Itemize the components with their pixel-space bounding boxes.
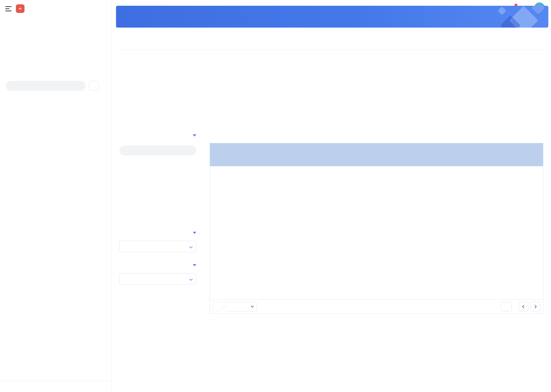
page-size-select[interactable] bbox=[225, 302, 257, 311]
dashboard-banner bbox=[116, 6, 548, 28]
customer-filter-header bbox=[119, 264, 196, 266]
collapse-menu-icon[interactable] bbox=[5, 6, 12, 11]
prev-page-button[interactable] bbox=[519, 302, 528, 311]
sidebar-search-input[interactable] bbox=[12, 83, 82, 89]
sidebar-header bbox=[0, 3, 112, 14]
row-height-button[interactable] bbox=[213, 302, 222, 311]
owner-search-input[interactable] bbox=[125, 148, 193, 153]
banner-decoration bbox=[498, 7, 507, 15]
main-area bbox=[112, 0, 551, 392]
next-page-button[interactable] bbox=[531, 302, 540, 311]
customer-filter-select[interactable] bbox=[119, 273, 196, 285]
owner-filter-operator[interactable] bbox=[191, 134, 196, 137]
orders-table bbox=[210, 143, 543, 314]
trend-chart bbox=[335, 54, 549, 126]
banner-decoration bbox=[531, 6, 545, 14]
owner-filter-header bbox=[119, 134, 196, 137]
chevron-left-icon bbox=[522, 305, 526, 308]
date-filter-header bbox=[119, 232, 196, 234]
sidebar-search[interactable] bbox=[6, 81, 86, 91]
sidebar bbox=[0, 0, 112, 392]
filter-panel bbox=[119, 134, 196, 324]
triangle-down-icon bbox=[193, 134, 196, 137]
date-filter-select[interactable] bbox=[119, 241, 196, 252]
app-root bbox=[0, 0, 551, 392]
date-filter-operator[interactable] bbox=[191, 232, 196, 234]
chevron-down-icon bbox=[251, 304, 254, 308]
table-header-row bbox=[210, 143, 543, 166]
triangle-down-icon bbox=[193, 264, 196, 266]
chevron-down-icon bbox=[189, 245, 193, 248]
dashboard-tabs bbox=[116, 35, 548, 50]
app-logo-text bbox=[19, 8, 21, 9]
table-scroll-area[interactable] bbox=[210, 143, 543, 299]
triangle-down-icon bbox=[193, 232, 196, 234]
table-pagination bbox=[210, 299, 543, 313]
sidebar-search-row bbox=[0, 81, 112, 91]
chevron-right-icon bbox=[533, 305, 536, 308]
order-detail-section bbox=[210, 134, 543, 314]
customer-filter-operator[interactable] bbox=[191, 264, 196, 266]
app-logo bbox=[16, 4, 24, 13]
owner-filter-search[interactable] bbox=[119, 145, 196, 155]
chevron-down-icon bbox=[189, 277, 193, 280]
pagination-controls bbox=[501, 302, 540, 311]
admin-backend-link[interactable] bbox=[0, 381, 112, 392]
add-app-button[interactable] bbox=[89, 81, 99, 91]
current-page-input[interactable] bbox=[501, 302, 512, 311]
